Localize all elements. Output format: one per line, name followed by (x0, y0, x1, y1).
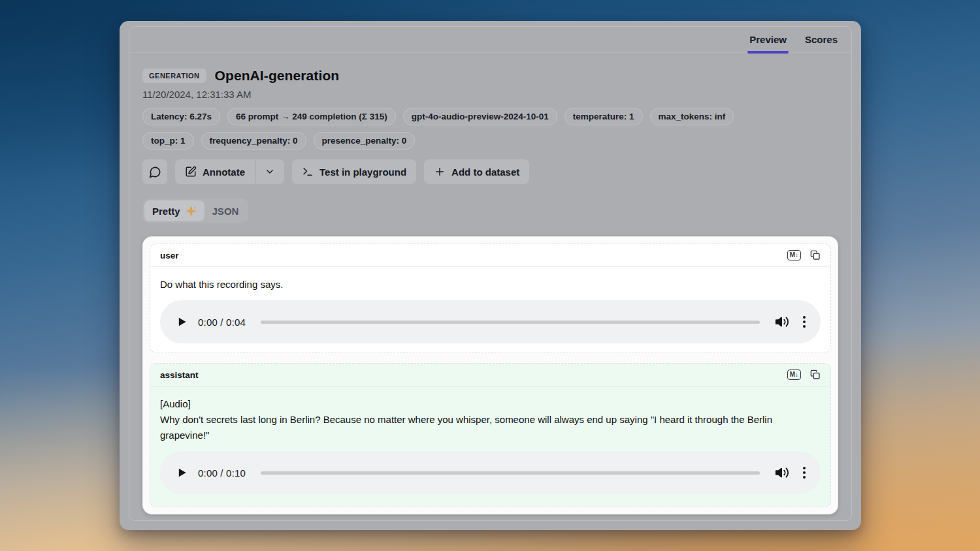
chevron-down-icon (265, 166, 275, 177)
message-header-icons: M↓ (787, 250, 821, 260)
annotate-split-button: Annotate (175, 159, 284, 184)
observation-type-badge: GENERATION (142, 69, 206, 83)
user-message-header: user M↓ (150, 244, 830, 266)
assistant-message-text: Why don't secrets last long in Berlin? B… (160, 412, 821, 443)
message-header-icons: M↓ (787, 370, 821, 380)
terminal-icon (302, 166, 314, 178)
assistant-message-body: [Audio] Why don't secrets last long in B… (150, 386, 830, 503)
metadata-badge-row: Latency: 6.27s 66 prompt → 249 completio… (142, 108, 838, 125)
test-in-playground-label: Test in playground (319, 166, 406, 178)
panel-body: GENERATION OpenAI-generation 11/20/2024,… (129, 53, 851, 520)
markdown-toggle-icon[interactable]: M↓ (787, 250, 801, 260)
audio-progress-bar[interactable] (261, 471, 760, 475)
copy-icon[interactable] (810, 370, 821, 380)
observation-panel: Preview Scores GENERATION OpenAI-generat… (129, 26, 852, 521)
tab-scores-label: Scores (805, 34, 838, 45)
assistant-message-header: assistant M↓ (150, 364, 830, 386)
toggle-json[interactable]: JSON (204, 200, 247, 221)
presence-penalty-badge: presence_penalty: 0 (314, 132, 416, 150)
toggle-json-label: JSON (212, 206, 239, 217)
top-p-badge: top_p: 1 (142, 132, 194, 150)
observation-timestamp: 11/20/2024, 12:31:33 AM (142, 89, 838, 100)
sparkles-icon (186, 206, 197, 217)
plus-icon (434, 166, 446, 178)
token-usage-badge: 66 prompt → 249 completion (Σ 315) (227, 108, 396, 125)
tab-preview[interactable]: Preview (742, 27, 794, 52)
audio-time: 0:00 / 0:04 (198, 317, 246, 328)
copy-icon[interactable] (810, 250, 821, 260)
assistant-audio-label: [Audio] (160, 396, 821, 412)
audio-menu-icon[interactable] (802, 313, 807, 330)
volume-icon[interactable] (775, 465, 789, 480)
comment-button[interactable] (142, 159, 167, 184)
action-toolbar: Annotate Test in playground (142, 159, 838, 184)
annotate-pen-icon (185, 166, 197, 178)
desktop-background: { "tabs": [ { "label": "Preview", "activ… (0, 0, 980, 551)
metadata-badge-row: top_p: 1 frequency_penalty: 0 presence_p… (142, 132, 838, 150)
view-format-toggle: Pretty JSON (142, 198, 838, 223)
toggle-pretty[interactable]: Pretty (144, 200, 204, 221)
frequency-penalty-badge: frequency_penalty: 0 (201, 132, 306, 150)
tab-preview-label: Preview (749, 34, 787, 45)
temperature-badge: temperature: 1 (564, 108, 643, 125)
play-icon[interactable] (175, 466, 188, 479)
panel-tabs-bar: Preview Scores (129, 27, 851, 53)
observation-header: GENERATION OpenAI-generation (142, 68, 838, 84)
metadata-badges: Latency: 6.27s 66 prompt → 249 completio… (142, 108, 838, 150)
model-badge: gpt-4o-audio-preview-2024-10-01 (403, 108, 557, 125)
annotate-button-label: Annotate (203, 166, 245, 178)
assistant-audio-player: 0:00 / 0:10 (160, 451, 821, 494)
audio-progress-bar[interactable] (261, 321, 760, 324)
test-in-playground-button[interactable]: Test in playground (292, 159, 416, 184)
audio-menu-icon[interactable] (802, 464, 807, 481)
user-message-text: Do what this recording says. (160, 277, 821, 292)
pretty-json-toggle-group: Pretty JSON (142, 198, 248, 223)
latency-badge: Latency: 6.27s (142, 108, 220, 125)
assistant-message-card: assistant M↓ [Audio] Why don't secrets l… (150, 363, 831, 507)
volume-icon[interactable] (775, 315, 789, 329)
observation-title: OpenAI-generation (215, 68, 340, 84)
toggle-pretty-label: Pretty (152, 206, 180, 217)
observation-detail-dialog: Preview Scores GENERATION OpenAI-generat… (120, 21, 861, 530)
conversation-container: user M↓ Do what this recording says. (142, 236, 838, 514)
annotate-button[interactable]: Annotate (175, 159, 255, 184)
role-label: assistant (160, 370, 199, 380)
add-to-dataset-label: Add to dataset (451, 166, 519, 178)
max-tokens-badge: max_tokens: inf (650, 108, 734, 125)
user-message-body: Do what this recording says. 0:00 / 0:04 (150, 267, 830, 353)
user-audio-player: 0:00 / 0:04 (160, 300, 821, 343)
annotate-dropdown-button[interactable] (255, 159, 284, 184)
user-message-card: user M↓ Do what this recording says. (150, 244, 831, 353)
role-label: user (160, 251, 179, 260)
audio-time: 0:00 / 0:10 (198, 467, 246, 479)
add-to-dataset-button[interactable]: Add to dataset (424, 159, 529, 184)
comment-icon (149, 166, 161, 178)
play-icon[interactable] (175, 315, 188, 328)
tab-scores[interactable]: Scores (798, 27, 845, 52)
markdown-toggle-icon[interactable]: M↓ (787, 370, 801, 380)
